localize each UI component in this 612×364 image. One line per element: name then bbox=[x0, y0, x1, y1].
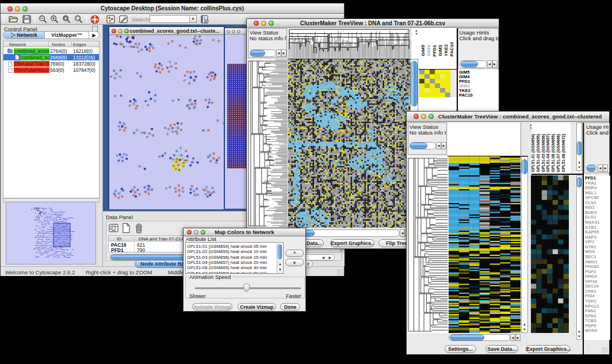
scroll-left-icon[interactable]: ◀ bbox=[598, 164, 603, 172]
tv2-heatmap[interactable] bbox=[449, 156, 521, 333]
dialog-titlebar[interactable]: Map Colors to Network bbox=[183, 228, 305, 236]
done-button[interactable]: Done bbox=[280, 303, 300, 311]
network-view-canvas[interactable] bbox=[109, 35, 224, 209]
scrollbar-thumb[interactable] bbox=[450, 335, 484, 340]
tv2-zoom-heatmap[interactable] bbox=[531, 175, 569, 333]
tv2-resize-grip[interactable] bbox=[602, 347, 608, 353]
scroll-left-icon[interactable]: ◀ bbox=[510, 334, 515, 341]
list-scrollbar-thumb[interactable] bbox=[278, 244, 282, 259]
scrollbar-thumb[interactable] bbox=[250, 50, 265, 56]
tv1-tiny-arrows[interactable]: ▲▼ bbox=[414, 29, 419, 36]
dialog-zoom-button[interactable] bbox=[201, 230, 205, 235]
attribute-list-item[interactable]: GPL51-04 (GSM857) heat shock 20 min bbox=[187, 260, 267, 265]
tv2-settings-button[interactable]: Settings... bbox=[445, 345, 476, 353]
tv1-status-scrollbar[interactable]: ◀▶ bbox=[250, 49, 286, 57]
network-window-combined-titlebar[interactable]: combined_scores_good.txt--cluste... bbox=[109, 27, 224, 35]
scroll-left-icon[interactable]: ◀ bbox=[400, 229, 405, 237]
scrollbar-thumb[interactable] bbox=[410, 143, 427, 149]
attribute-list-item[interactable]: GPL51-03 (GSM856) heat shock 15 min bbox=[187, 255, 267, 260]
search-input[interactable]: ▼ bbox=[150, 15, 197, 23]
minimize-button[interactable] bbox=[15, 6, 20, 12]
scrollbar-track[interactable] bbox=[521, 156, 528, 333]
tv2-save-data-button[interactable]: Save Data... bbox=[485, 345, 518, 353]
network-window-dna[interactable] bbox=[224, 28, 249, 209]
create-vizmap-button[interactable]: Create Vizmap bbox=[238, 303, 276, 311]
scroll-left-icon[interactable]: ◀ bbox=[487, 60, 492, 68]
netwin-minimize-button[interactable] bbox=[118, 29, 123, 33]
animation-slider-thumb[interactable] bbox=[243, 283, 250, 292]
tv2-close-button[interactable] bbox=[414, 114, 419, 119]
netwin-zoom-button[interactable] bbox=[124, 29, 129, 33]
delete-attribute-icon[interactable] bbox=[134, 223, 144, 233]
network-window-combined[interactable]: combined_scores_good.txt--cluste... bbox=[108, 26, 225, 209]
tv1-close-button[interactable] bbox=[254, 21, 259, 26]
zoom-fit-icon[interactable]: 1:1 bbox=[74, 15, 83, 24]
scroll-right-icon[interactable]: ▶ bbox=[515, 334, 521, 341]
attribute-list-item[interactable]: GPL51-06 (GSM865) heat shock 40 min bbox=[187, 265, 267, 270]
scrollbar-thumb[interactable] bbox=[577, 177, 582, 187]
tv1-zoom-button[interactable] bbox=[269, 21, 274, 26]
move-down-button[interactable]: v bbox=[285, 259, 304, 266]
list-scroll-down-icon[interactable]: ▼ bbox=[278, 268, 282, 271]
tab-vizmapper[interactable]: VizMapper™ bbox=[45, 32, 89, 39]
tv2-labels-vscroll[interactable]: ▲▼ bbox=[576, 122, 582, 171]
import-table-icon[interactable] bbox=[200, 15, 209, 24]
network-list-row[interactable]: RNAPuberNov2+I563(0)107847(0) bbox=[3, 67, 99, 74]
resize-grip[interactable] bbox=[337, 269, 343, 275]
tv1-export-graphics-button[interactable]: Export Graphics... bbox=[330, 239, 374, 247]
scrollbar-thumb[interactable] bbox=[411, 61, 418, 106]
close-button[interactable] bbox=[7, 6, 13, 12]
zoom-selected-icon[interactable] bbox=[62, 15, 71, 24]
tv1-zoom-heatmap[interactable] bbox=[419, 70, 450, 97]
network-list-row[interactable]: combined_sco2569(6)13112(15) bbox=[3, 54, 99, 60]
zoom-out-icon[interactable] bbox=[39, 15, 47, 24]
tv2-heatmap-vscroll[interactable]: ▲▼ bbox=[521, 156, 528, 333]
scroll-right-icon[interactable]: ▶ bbox=[281, 49, 286, 57]
move-up-button[interactable]: ^ bbox=[285, 250, 304, 257]
netwin-close-button[interactable] bbox=[112, 29, 116, 33]
scrollbar-track[interactable] bbox=[576, 175, 582, 340]
scrollbar-thumb[interactable] bbox=[587, 165, 596, 171]
tv2-minimize-button[interactable] bbox=[421, 114, 426, 119]
attribute-list-item[interactable]: GPL51-01 (GSM854) heat shock 05 min bbox=[187, 244, 267, 249]
scrollbar-thumb[interactable] bbox=[522, 159, 527, 174]
attribute-list-scrollbar[interactable]: ▲ ▼ bbox=[277, 243, 282, 274]
tv1-minimize-button[interactable] bbox=[261, 21, 266, 26]
list-scroll-up-icon[interactable]: ▲ bbox=[278, 262, 282, 266]
help-lifering-icon[interactable] bbox=[90, 15, 100, 24]
scrollbar-thumb[interactable] bbox=[461, 61, 478, 67]
tab-overflow-arrow[interactable]: ▶ bbox=[89, 32, 99, 39]
scroll-up-icon[interactable]: ▲ bbox=[576, 329, 582, 333]
animate-vizmap-button[interactable]: Animate Vizmap bbox=[192, 303, 232, 311]
attribute-list-item[interactable]: GPL51-02 (GSM855) heat shock 10 min bbox=[187, 249, 267, 254]
zoom-button[interactable] bbox=[22, 6, 28, 12]
save-icon[interactable] bbox=[22, 15, 31, 24]
network-table-header[interactable]: NetworkNodesEdges bbox=[3, 41, 99, 47]
dialog-close-button[interactable] bbox=[187, 230, 192, 235]
scroll-right-icon[interactable]: ▶ bbox=[603, 164, 608, 172]
attribute-list[interactable]: GPL51-01 (GSM854) heat shock 05 minGPL51… bbox=[185, 242, 284, 274]
attribute-select-icon[interactable] bbox=[109, 223, 118, 233]
main-titlebar[interactable]: Cytoscape Desktop (Session Name: collins… bbox=[1, 3, 344, 14]
treeview1-titlebar[interactable]: ClusterMaker TreeView : DNA and Tran 07-… bbox=[247, 19, 499, 28]
network-list-row[interactable]: DNA and Tran 07769(0)183728(0) bbox=[3, 61, 99, 67]
tv2-status-scrollbar[interactable]: ◀▶ bbox=[410, 142, 446, 150]
scroll-down-icon[interactable]: ▼ bbox=[521, 328, 528, 331]
tv2-heatmap-hscroll[interactable]: ◀▶ bbox=[449, 334, 521, 341]
zoom-in-icon[interactable] bbox=[50, 15, 59, 24]
scroll-right-icon[interactable]: ▶ bbox=[441, 142, 446, 150]
scroll-left-icon[interactable]: ◀ bbox=[276, 49, 281, 57]
tv2-zoom-button[interactable] bbox=[429, 114, 434, 119]
network-list-row[interactable]: combined_scores_2764(0)16218(0) bbox=[3, 48, 99, 54]
annotation-icon[interactable] bbox=[119, 15, 128, 24]
tab-network[interactable]: Network bbox=[3, 32, 45, 39]
tv1-heatmap-hscroll[interactable]: ◀▶ bbox=[289, 229, 410, 237]
network-overview-panel[interactable] bbox=[6, 202, 96, 265]
create-attribute-icon[interactable] bbox=[121, 223, 131, 233]
tv1-usage-scrollbar[interactable]: ◀▶ bbox=[460, 60, 498, 68]
tv1-heatmap[interactable] bbox=[288, 59, 410, 228]
scroll-right-icon[interactable]: ▶ bbox=[492, 60, 498, 68]
scroll-up-icon[interactable]: ▲ bbox=[576, 160, 582, 164]
tv1-row-dendrogram[interactable] bbox=[248, 59, 288, 228]
open-file-icon[interactable] bbox=[9, 15, 18, 24]
